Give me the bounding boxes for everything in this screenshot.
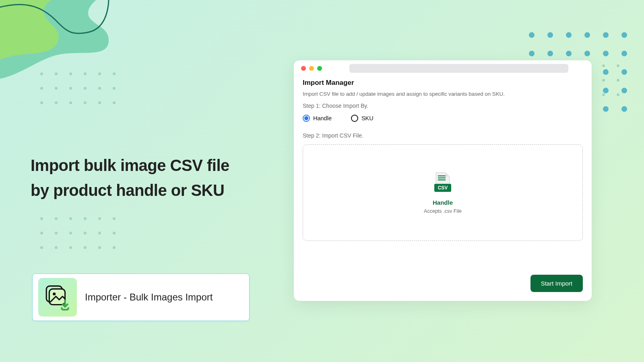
- svg-rect-5: [438, 179, 446, 181]
- step1-label: Step 1: Choose Import By.: [303, 103, 583, 109]
- radio-label: SKU: [361, 115, 374, 121]
- radio-icon: [351, 115, 358, 122]
- radio-label: Handle: [313, 115, 332, 121]
- start-import-button[interactable]: Start Import: [530, 275, 583, 292]
- app-card-title: Importer - Bulk Images Import: [85, 292, 213, 303]
- radio-icon: [303, 115, 310, 122]
- window-minimize-icon[interactable]: [309, 66, 314, 71]
- step2-label: Step 2: Import CSV File.: [303, 132, 583, 139]
- gallery-download-icon: [44, 284, 71, 311]
- window-maximize-icon[interactable]: [317, 66, 322, 71]
- app-window: Import Manager Import CSV file to add / …: [294, 60, 592, 301]
- hero-title-line1: Import bulk image CSV file: [31, 153, 229, 178]
- section-title: Import Manager: [303, 79, 583, 87]
- dropzone-label: Handle: [433, 199, 453, 206]
- import-by-radio-group: Handle SKU: [303, 115, 583, 122]
- window-close-icon[interactable]: [301, 66, 306, 71]
- svg-rect-4: [438, 177, 446, 179]
- decorative-dots-light: [40, 72, 116, 105]
- app-icon-tile: [38, 278, 77, 317]
- svg-rect-3: [438, 175, 446, 177]
- radio-option-handle[interactable]: Handle: [303, 115, 332, 122]
- app-card[interactable]: Importer - Bulk Images Import: [32, 274, 250, 321]
- section-subtitle: Import CSV file to add / update images a…: [303, 91, 583, 97]
- window-titlebar: [294, 60, 592, 76]
- radio-option-sku[interactable]: SKU: [351, 115, 374, 122]
- csv-badge-text: CSV: [438, 185, 448, 191]
- hero-title: Import bulk image CSV file by product ha…: [31, 153, 229, 203]
- csv-dropzone[interactable]: CSV Handle Accepts .csv File: [303, 144, 583, 241]
- decorative-dots-light: [40, 217, 116, 249]
- hero-title-line2: by product handle or SKU: [31, 178, 229, 203]
- svg-point-2: [53, 292, 56, 295]
- dropzone-sublabel: Accepts .csv File: [424, 208, 462, 214]
- csv-file-icon: CSV: [433, 172, 452, 193]
- address-bar[interactable]: [349, 64, 568, 73]
